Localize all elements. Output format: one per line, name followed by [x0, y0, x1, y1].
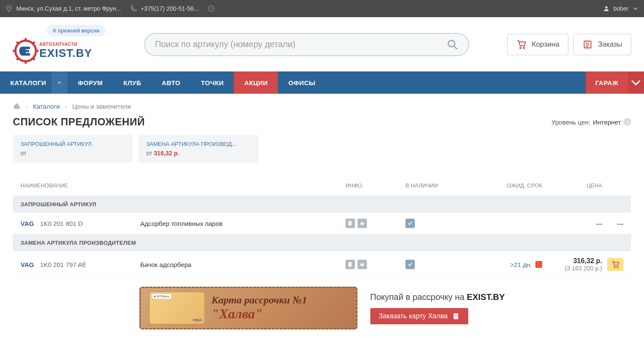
breadcrumb: › Каталоги › Цены и заменители: [0, 94, 644, 114]
promo-section: Карта рассрочки №1 "Халва" Покупай в рас…: [0, 278, 644, 338]
offers-table: НАИМЕНОВАНИЕ ИНФО В НАЛИЧИИ ОЖИД. СРОК Ц…: [0, 175, 644, 278]
breadcrumb-current: Цены и заменители: [72, 103, 131, 110]
phone-text: +375(17) 200-51-56...: [141, 5, 199, 12]
svg-point-24: [363, 225, 363, 225]
svg-point-28: [614, 267, 615, 268]
car-icon[interactable]: [357, 260, 367, 269]
svg-point-26: [361, 266, 362, 267]
article: 1K0 201 801 D: [40, 220, 83, 227]
gear-logo-icon: [13, 38, 38, 64]
summary-requested[interactable]: ЗАПРОШЕННЫЙ АРТИКУЛ от: [13, 135, 133, 163]
section-requested: ЗАПРОШЕННЫЙ АРТИКУЛ: [13, 196, 631, 213]
svg-point-23: [361, 225, 362, 225]
svg-line-11: [17, 58, 19, 60]
cart-button[interactable]: Корзина: [507, 34, 568, 55]
promo-order-button[interactable]: Заказать карту Халва: [370, 308, 469, 324]
table-header: НАИМЕНОВАНИЕ ИНФО В НАЛИЧИИ ОЖИД. СРОК Ц…: [13, 175, 631, 196]
nav-catalogs[interactable]: КАТАЛОГИ: [0, 71, 68, 94]
orders-button[interactable]: Заказы: [573, 34, 631, 55]
nav-promo[interactable]: АКЦИИ: [234, 71, 278, 94]
breadcrumb-separator: ›: [65, 103, 67, 110]
svg-point-14: [520, 47, 521, 48]
svg-point-2: [606, 6, 608, 9]
breadcrumb-catalogs[interactable]: Каталоги: [33, 103, 60, 110]
user-menu[interactable]: bober: [603, 5, 639, 12]
car-icon[interactable]: [357, 219, 367, 228]
part-name: Адсорбер топливных паров: [140, 220, 223, 227]
col-name: НАИМЕНОВАНИЕ: [21, 182, 346, 189]
add-to-cart-button[interactable]: [607, 258, 623, 271]
topbar-phone[interactable]: +375(17) 200-51-56...: [130, 5, 199, 12]
nav-club[interactable]: КЛУБ: [113, 71, 152, 94]
nav-garage-dropdown[interactable]: [628, 71, 644, 94]
nav-points[interactable]: ТОЧКИ: [191, 71, 234, 94]
logo-title: EXIST.BY: [39, 47, 92, 60]
notes-icon[interactable]: [346, 219, 355, 228]
svg-point-29: [617, 267, 618, 268]
logo-subtitle: АВТОЗАПЧАСТИ: [39, 42, 92, 47]
address-text: Минск, ул.Сухая д.1, ст. метро Фрун...: [16, 5, 121, 12]
summary-boxes: ЗАПРОШЕННЫЙ АРТИКУЛ от ЗАМЕНА АРТИКУЛА П…: [0, 135, 644, 175]
old-version-button[interactable]: К прежней версии: [47, 25, 106, 36]
brand[interactable]: VAG: [21, 261, 34, 268]
table-row: VAG 1K0 201 797 AE Бачок адсорбера >21 д…: [13, 251, 631, 278]
info-icon[interactable]: i: [623, 118, 631, 126]
orders-label: Заказы: [598, 40, 622, 49]
search-input[interactable]: [155, 39, 447, 49]
nav-auto[interactable]: АВТО: [151, 71, 191, 94]
col-stock: В НАЛИЧИИ: [405, 182, 482, 189]
check-icon: [405, 260, 415, 269]
svg-line-8: [17, 42, 19, 44]
status-indicator: [535, 261, 542, 268]
nav-garage[interactable]: ГАРАЖ: [586, 71, 644, 94]
home-icon[interactable]: [13, 102, 21, 110]
nav-forum[interactable]: ФОРУМ: [68, 71, 113, 94]
header: К прежней версии АВТОЗАПЧАСТИ EXIST.BY К…: [0, 17, 644, 71]
promo-line2: "Халва": [212, 306, 307, 322]
page-title: СПИСОК ПРЕДЛОЖЕНИЙ: [13, 116, 145, 128]
chevron-down-icon: [628, 74, 644, 91]
price-main: 316,32 р.: [542, 257, 602, 265]
svg-point-15: [523, 47, 525, 48]
list-icon: [582, 39, 593, 50]
search-box[interactable]: [144, 33, 469, 56]
svg-line-10: [32, 42, 35, 44]
nav-offices[interactable]: ОФИСЫ: [278, 71, 325, 94]
navbar: КАТАЛОГИ ФОРУМ КЛУБ АВТО ТОЧКИ АКЦИИ ОФИ…: [0, 71, 644, 94]
summary-replacement[interactable]: ЗАМЕНА АРТИКУЛА ПРОИЗВОД... от 316,32 р.: [139, 135, 258, 163]
article: 1K0 201 797 AE: [40, 261, 86, 268]
username: bober: [613, 5, 629, 12]
topbar: Минск, ул.Сухая д.1, ст. метро Фрун... +…: [0, 0, 644, 17]
svg-point-0: [8, 7, 10, 9]
svg-point-12: [448, 40, 455, 47]
svg-line-13: [454, 46, 457, 49]
brand[interactable]: VAG: [21, 220, 34, 227]
promo-banner[interactable]: Карта рассрочки №1 "Халва": [139, 287, 357, 329]
phone-icon: [130, 5, 137, 12]
svg-rect-25: [349, 262, 352, 267]
clock-icon: [207, 5, 215, 12]
chevron-down-icon: [56, 80, 62, 86]
eta-text: >21 дн.: [510, 261, 532, 268]
topbar-address[interactable]: Минск, ул.Сухая д.1, ст. метро Фрун...: [5, 5, 121, 12]
col-price: ЦЕНА: [542, 182, 623, 189]
search-icon[interactable]: [447, 39, 458, 50]
svg-line-9: [32, 58, 35, 60]
nav-catalogs-dropdown[interactable]: [51, 71, 68, 94]
col-eta: ОЖИД. СРОК: [482, 182, 542, 189]
section-replacement: ЗАМЕНА АРТИКУЛА ПРОИЗВОДИТЕЛЕМ: [13, 234, 631, 251]
promo-slogan: Покупай в рассрочку на EXIST.BY: [370, 292, 505, 302]
part-name: Бачок адсорбера: [140, 261, 192, 268]
user-icon: [603, 5, 610, 12]
chevron-down-icon: [632, 5, 639, 12]
cart-icon: [611, 260, 620, 269]
logo[interactable]: АВТОЗАПЧАСТИ EXIST.BY: [13, 38, 92, 64]
cart-label: Корзина: [532, 40, 559, 49]
check-icon: [405, 219, 415, 228]
notes-icon[interactable]: [346, 260, 355, 269]
breadcrumb-separator: ›: [26, 103, 28, 110]
topbar-clock[interactable]: [207, 5, 215, 12]
price-level: Уровень цен: Интернет i: [551, 118, 631, 126]
price-sub: (3 163 200 р.): [542, 265, 602, 272]
cart-icon: [516, 39, 526, 50]
